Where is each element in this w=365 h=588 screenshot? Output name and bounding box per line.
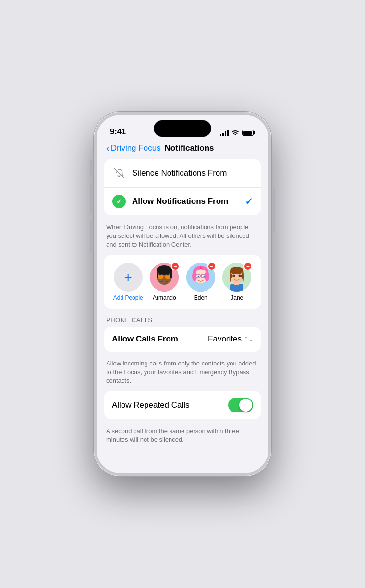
allow-calls-value[interactable]: Favorites ⌃⌄ [208, 334, 253, 344]
phone-frame: 9:41 [94, 112, 271, 476]
add-people-label: Add People [113, 294, 143, 301]
avatar-jane: − [222, 263, 251, 292]
signal-icon [220, 129, 229, 136]
navigation-bar: ‹ Driving Focus Notifications [97, 141, 268, 159]
repeated-calls-row[interactable]: Allow Repeated Calls [104, 391, 261, 419]
notifications-filter-card: Silence Notifications From ✓ Allow Notif… [104, 159, 261, 215]
svg-rect-8 [165, 275, 170, 279]
repeated-calls-description: A second call from the same person withi… [104, 423, 261, 450]
people-row: + Add People [112, 263, 253, 301]
add-person-button[interactable]: + [114, 263, 143, 292]
allow-calls-row[interactable]: Allow Calls From Favorites ⌃⌄ [104, 327, 261, 352]
repeated-calls-label: Allow Repeated Calls [112, 400, 190, 410]
volume-up-button[interactable] [90, 184, 92, 214]
volume-down-button[interactable] [90, 221, 92, 252]
silence-label: Silence Notifications From [132, 168, 253, 178]
back-button[interactable]: ‹ Driving Focus [106, 142, 161, 153]
back-label: Driving Focus [111, 143, 161, 153]
remove-armando-button[interactable]: − [171, 262, 180, 270]
silence-row[interactable]: Silence Notifications From [104, 159, 261, 187]
selected-checkmark-icon: ✓ [245, 196, 253, 207]
svg-point-27 [233, 274, 235, 277]
mute-button[interactable] [90, 160, 92, 176]
notifications-description: When Driving Focus is on, notifications … [104, 219, 261, 255]
repeated-calls-card: Allow Repeated Calls [104, 391, 261, 419]
remove-eden-button[interactable]: − [207, 262, 216, 270]
allow-calls-label: Allow Calls From [112, 334, 178, 344]
status-time: 9:41 [110, 127, 126, 137]
avatar-armando: − [150, 263, 179, 292]
status-icons [220, 129, 255, 137]
main-content: Silence Notifications From ✓ Allow Notif… [97, 159, 268, 460]
svg-point-17 [197, 275, 199, 277]
svg-rect-23 [230, 284, 243, 292]
back-chevron-icon: ‹ [106, 142, 110, 153]
phone-screen: 9:41 [97, 115, 268, 473]
allow-notifications-label: Allow Notifications From [132, 197, 245, 206]
svg-rect-7 [158, 275, 163, 279]
avatar-eden: − [186, 263, 215, 292]
svg-point-2 [157, 265, 172, 275]
allow-calls-description: Allow incoming calls from only the conta… [104, 355, 261, 391]
remove-jane-button[interactable]: − [243, 262, 252, 270]
add-people-item[interactable]: + Add People [112, 263, 145, 301]
allow-calls-card: Allow Calls From Favorites ⌃⌄ [104, 327, 261, 352]
power-button[interactable] [273, 188, 275, 232]
contact-armando[interactable]: − Armando [148, 263, 181, 301]
svg-point-26 [230, 267, 243, 274]
contact-jane[interactable]: − Jane [221, 263, 254, 301]
battery-icon [242, 130, 255, 136]
contact-armando-name: Armando [153, 294, 176, 301]
phone-calls-section-header: PHONE CALLS [104, 313, 261, 327]
green-check-badge-icon: ✓ [112, 194, 126, 209]
contact-eden-name: Eden [194, 294, 207, 301]
bell-muted-icon [112, 166, 126, 180]
people-card: + Add People [104, 255, 261, 309]
svg-point-18 [203, 275, 205, 277]
allow-notifications-row[interactable]: ✓ Allow Notifications From ✓ [104, 187, 261, 215]
toggle-knob [239, 399, 252, 412]
repeated-calls-toggle[interactable] [228, 398, 253, 412]
wifi-icon [231, 129, 239, 137]
svg-point-28 [239, 274, 241, 277]
dynamic-island [154, 120, 211, 137]
allow-calls-current-value: Favorites [208, 334, 242, 344]
contact-eden[interactable]: − Eden [184, 263, 217, 301]
calls-updown-icon: ⌃⌄ [243, 336, 253, 342]
page-title: Notifications [165, 143, 214, 153]
contact-jane-name: Jane [231, 294, 243, 301]
